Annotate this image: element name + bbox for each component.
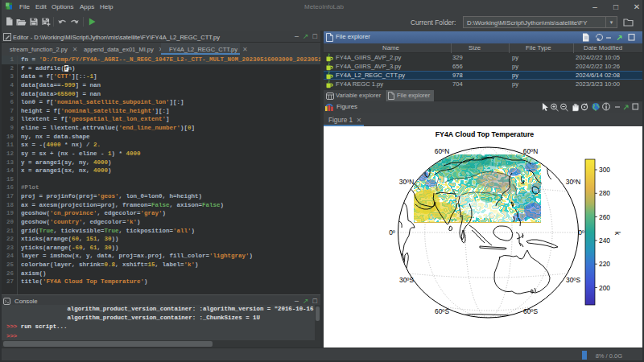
svg-text:30ºS: 30ºS [399,276,414,284]
svg-text:60ºN: 60ºN [523,147,538,155]
svg-text:30ºS: 30ºS [566,276,580,284]
svg-text:300: 300 [599,166,610,174]
svg-text:260: 260 [599,213,610,221]
svg-text:30ºN: 30ºN [566,178,580,186]
svg-text:60ºN: 60ºN [435,147,449,155]
svg-text:240: 240 [599,237,610,245]
svg-text:60ºS: 60ºS [523,307,538,315]
svg-text:FY4A Cloud Top Temperature: FY4A Cloud Top Temperature [436,130,535,138]
svg-text:0º: 0º [578,228,584,237]
svg-text:200: 200 [599,284,610,292]
svg-text:280: 280 [599,189,610,197]
svg-text:220: 220 [599,260,610,268]
svg-text:0º: 0º [389,228,395,237]
svg-text:60ºS: 60ºS [435,307,449,315]
svg-text:30ºN: 30ºN [399,178,414,186]
